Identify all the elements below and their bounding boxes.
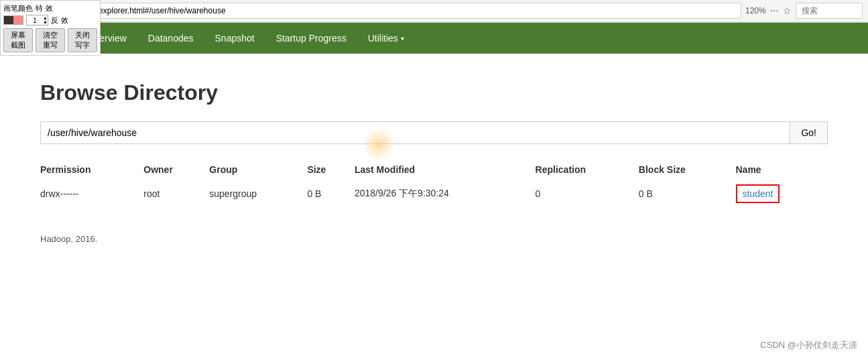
cell-group: supergroup [209, 180, 307, 207]
nav-link-utilities[interactable]: Utilities ▾ [357, 23, 415, 54]
cell-permission: drwx------ [40, 180, 143, 207]
table-body: drwx------ root supergroup 0 B 2018/9/26… [40, 180, 828, 207]
close-button[interactable]: 关闭写字 [68, 28, 97, 52]
footer-text: Hadoop, 2016. [40, 234, 828, 244]
browser-toolbar: 120% ··· ☆ [0, 0, 868, 22]
url-bar[interactable] [5, 3, 741, 19]
color-picker-box[interactable] [3, 15, 23, 25]
col-owner: Owner [143, 160, 209, 180]
size-input[interactable] [27, 17, 43, 24]
star-icon[interactable]: ☆ [783, 5, 792, 16]
path-row: Go! [40, 121, 828, 144]
size-arrows[interactable]: ▲ ▼ [43, 15, 48, 25]
zoom-badge: 120% [745, 6, 766, 15]
go-button[interactable]: Go! [790, 121, 828, 144]
ellipsis-icon[interactable]: ··· [770, 5, 779, 17]
table-row: drwx------ root supergroup 0 B 2018/9/26… [40, 180, 828, 207]
search-input[interactable] [796, 3, 863, 19]
col-replication: Replication [536, 160, 639, 180]
utilities-label: Utilities [368, 33, 398, 44]
navbar: Hadoop Overview Datanodes Snapshot Start… [0, 23, 868, 54]
nav-link-startup-progress[interactable]: Startup Progress [265, 23, 357, 54]
clear-button[interactable]: 清空重写 [36, 28, 65, 52]
cell-size: 0 B [307, 180, 355, 207]
utilities-dropdown-icon: ▾ [401, 35, 404, 42]
nav-link-snapshot[interactable]: Snapshot [204, 23, 265, 54]
size-control[interactable]: ▲ ▼ [26, 15, 48, 25]
browser-chrome: 120% ··· ☆ [0, 0, 868, 23]
main-content: Browse Directory Go! Permission Owner Gr… [0, 54, 868, 271]
col-permission: Permission [40, 160, 143, 180]
side-panel-label-effect: 效 [46, 3, 53, 13]
screenshot-button[interactable]: 屏幕截图 [3, 28, 33, 52]
path-input[interactable] [40, 121, 790, 144]
cell-last-modified: 2018/9/26 下午9:30:24 [355, 180, 536, 207]
label-fan: 反 [51, 15, 58, 25]
table-header: Permission Owner Group Size Last Modifie… [40, 160, 828, 180]
col-block-size: Block Size [639, 160, 736, 180]
nav-links: Overview Datanodes Snapshot Startup Prog… [76, 23, 414, 54]
cell-name: student [736, 180, 828, 207]
directory-link-student[interactable]: student [743, 188, 773, 199]
cell-block-size: 0 B [639, 180, 736, 207]
directory-table: Permission Owner Group Size Last Modifie… [40, 160, 828, 207]
side-panel-label-special: 特 [36, 3, 43, 13]
cell-owner: root [143, 180, 209, 207]
col-size: Size [307, 160, 355, 180]
label-xiao: 效 [61, 15, 68, 25]
page-title: Browse Directory [40, 80, 828, 105]
nav-link-datanodes[interactable]: Datanodes [137, 23, 204, 54]
cell-replication: 0 [536, 180, 639, 207]
side-panel-label-color: 画笔颜色 [3, 3, 33, 13]
side-panel-overlay: 画笔颜色 特 效 ▲ ▼ 反 效 屏幕截图 清空重写 关闭写字 [0, 0, 101, 56]
col-name: Name [736, 160, 828, 180]
name-cell-highlight-box: student [736, 184, 780, 203]
col-last-modified: Last Modified [355, 160, 536, 180]
col-group: Group [209, 160, 307, 180]
